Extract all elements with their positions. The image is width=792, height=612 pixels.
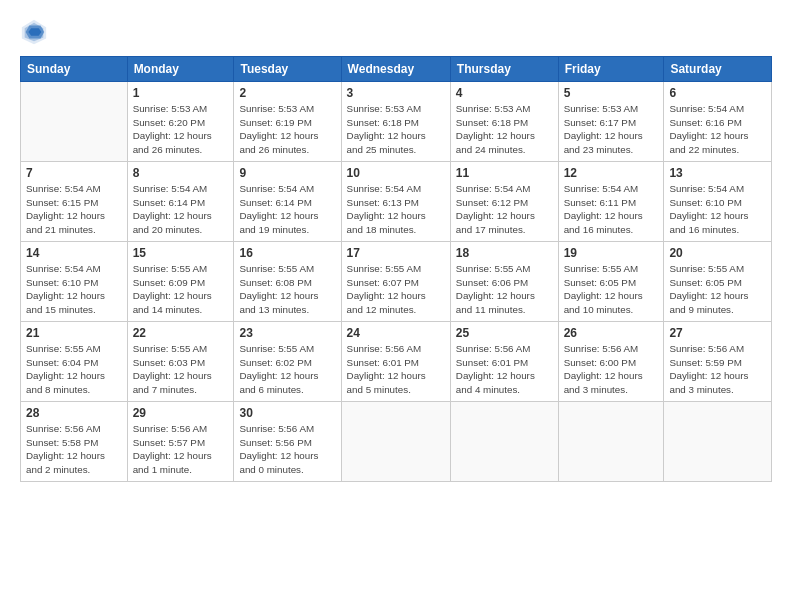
calendar-cell: 19Sunrise: 5:55 AMSunset: 6:05 PMDayligh…: [558, 242, 664, 322]
day-info: Sunrise: 5:56 AMSunset: 6:01 PMDaylight:…: [456, 342, 553, 397]
day-info: Sunrise: 5:53 AMSunset: 6:20 PMDaylight:…: [133, 102, 229, 157]
calendar-cell: 30Sunrise: 5:56 AMSunset: 5:56 PMDayligh…: [234, 402, 341, 482]
weekday-header-monday: Monday: [127, 57, 234, 82]
day-number: 19: [564, 246, 659, 260]
calendar-cell: 4Sunrise: 5:53 AMSunset: 6:18 PMDaylight…: [450, 82, 558, 162]
calendar-cell: [21, 82, 128, 162]
day-info: Sunrise: 5:54 AMSunset: 6:16 PMDaylight:…: [669, 102, 766, 157]
logo: [20, 18, 52, 46]
calendar-cell: 14Sunrise: 5:54 AMSunset: 6:10 PMDayligh…: [21, 242, 128, 322]
calendar-cell: 10Sunrise: 5:54 AMSunset: 6:13 PMDayligh…: [341, 162, 450, 242]
day-number: 9: [239, 166, 335, 180]
calendar-cell: 22Sunrise: 5:55 AMSunset: 6:03 PMDayligh…: [127, 322, 234, 402]
calendar-cell: 7Sunrise: 5:54 AMSunset: 6:15 PMDaylight…: [21, 162, 128, 242]
weekday-header-thursday: Thursday: [450, 57, 558, 82]
calendar-cell: 28Sunrise: 5:56 AMSunset: 5:58 PMDayligh…: [21, 402, 128, 482]
day-number: 24: [347, 326, 445, 340]
calendar-cell: 2Sunrise: 5:53 AMSunset: 6:19 PMDaylight…: [234, 82, 341, 162]
day-number: 12: [564, 166, 659, 180]
day-info: Sunrise: 5:55 AMSunset: 6:09 PMDaylight:…: [133, 262, 229, 317]
calendar-week-3: 14Sunrise: 5:54 AMSunset: 6:10 PMDayligh…: [21, 242, 772, 322]
calendar-cell: 13Sunrise: 5:54 AMSunset: 6:10 PMDayligh…: [664, 162, 772, 242]
day-info: Sunrise: 5:54 AMSunset: 6:11 PMDaylight:…: [564, 182, 659, 237]
day-info: Sunrise: 5:53 AMSunset: 6:18 PMDaylight:…: [347, 102, 445, 157]
calendar-cell: 1Sunrise: 5:53 AMSunset: 6:20 PMDaylight…: [127, 82, 234, 162]
day-number: 18: [456, 246, 553, 260]
day-number: 23: [239, 326, 335, 340]
calendar-cell: 23Sunrise: 5:55 AMSunset: 6:02 PMDayligh…: [234, 322, 341, 402]
calendar-cell: 18Sunrise: 5:55 AMSunset: 6:06 PMDayligh…: [450, 242, 558, 322]
calendar-cell: 27Sunrise: 5:56 AMSunset: 5:59 PMDayligh…: [664, 322, 772, 402]
logo-icon: [20, 18, 48, 46]
day-info: Sunrise: 5:55 AMSunset: 6:04 PMDaylight:…: [26, 342, 122, 397]
calendar-cell: 16Sunrise: 5:55 AMSunset: 6:08 PMDayligh…: [234, 242, 341, 322]
day-info: Sunrise: 5:55 AMSunset: 6:02 PMDaylight:…: [239, 342, 335, 397]
day-number: 7: [26, 166, 122, 180]
calendar-cell: 26Sunrise: 5:56 AMSunset: 6:00 PMDayligh…: [558, 322, 664, 402]
day-info: Sunrise: 5:53 AMSunset: 6:18 PMDaylight:…: [456, 102, 553, 157]
day-number: 1: [133, 86, 229, 100]
day-info: Sunrise: 5:56 AMSunset: 6:01 PMDaylight:…: [347, 342, 445, 397]
calendar-cell: 5Sunrise: 5:53 AMSunset: 6:17 PMDaylight…: [558, 82, 664, 162]
day-number: 26: [564, 326, 659, 340]
page: SundayMondayTuesdayWednesdayThursdayFrid…: [0, 0, 792, 612]
weekday-header-sunday: Sunday: [21, 57, 128, 82]
day-number: 5: [564, 86, 659, 100]
day-info: Sunrise: 5:55 AMSunset: 6:03 PMDaylight:…: [133, 342, 229, 397]
day-number: 15: [133, 246, 229, 260]
calendar-cell: 29Sunrise: 5:56 AMSunset: 5:57 PMDayligh…: [127, 402, 234, 482]
day-info: Sunrise: 5:53 AMSunset: 6:17 PMDaylight:…: [564, 102, 659, 157]
weekday-header-friday: Friday: [558, 57, 664, 82]
calendar-cell: [450, 402, 558, 482]
day-info: Sunrise: 5:56 AMSunset: 5:57 PMDaylight:…: [133, 422, 229, 477]
calendar-cell: 21Sunrise: 5:55 AMSunset: 6:04 PMDayligh…: [21, 322, 128, 402]
day-info: Sunrise: 5:53 AMSunset: 6:19 PMDaylight:…: [239, 102, 335, 157]
day-info: Sunrise: 5:54 AMSunset: 6:14 PMDaylight:…: [133, 182, 229, 237]
day-info: Sunrise: 5:55 AMSunset: 6:08 PMDaylight:…: [239, 262, 335, 317]
header: [20, 18, 772, 46]
day-info: Sunrise: 5:54 AMSunset: 6:15 PMDaylight:…: [26, 182, 122, 237]
day-number: 28: [26, 406, 122, 420]
calendar-cell: 12Sunrise: 5:54 AMSunset: 6:11 PMDayligh…: [558, 162, 664, 242]
day-info: Sunrise: 5:56 AMSunset: 5:56 PMDaylight:…: [239, 422, 335, 477]
calendar-cell: 15Sunrise: 5:55 AMSunset: 6:09 PMDayligh…: [127, 242, 234, 322]
day-number: 10: [347, 166, 445, 180]
calendar-cell: [558, 402, 664, 482]
day-info: Sunrise: 5:56 AMSunset: 5:59 PMDaylight:…: [669, 342, 766, 397]
calendar-cell: 8Sunrise: 5:54 AMSunset: 6:14 PMDaylight…: [127, 162, 234, 242]
calendar-cell: 6Sunrise: 5:54 AMSunset: 6:16 PMDaylight…: [664, 82, 772, 162]
day-number: 16: [239, 246, 335, 260]
calendar-cell: 3Sunrise: 5:53 AMSunset: 6:18 PMDaylight…: [341, 82, 450, 162]
calendar-cell: [341, 402, 450, 482]
day-info: Sunrise: 5:54 AMSunset: 6:10 PMDaylight:…: [26, 262, 122, 317]
weekday-header-wednesday: Wednesday: [341, 57, 450, 82]
day-info: Sunrise: 5:54 AMSunset: 6:13 PMDaylight:…: [347, 182, 445, 237]
day-number: 2: [239, 86, 335, 100]
day-number: 22: [133, 326, 229, 340]
day-number: 3: [347, 86, 445, 100]
calendar-cell: 9Sunrise: 5:54 AMSunset: 6:14 PMDaylight…: [234, 162, 341, 242]
day-number: 13: [669, 166, 766, 180]
day-info: Sunrise: 5:54 AMSunset: 6:14 PMDaylight:…: [239, 182, 335, 237]
day-number: 8: [133, 166, 229, 180]
calendar-cell: 24Sunrise: 5:56 AMSunset: 6:01 PMDayligh…: [341, 322, 450, 402]
weekday-header-row: SundayMondayTuesdayWednesdayThursdayFrid…: [21, 57, 772, 82]
day-info: Sunrise: 5:55 AMSunset: 6:05 PMDaylight:…: [669, 262, 766, 317]
weekday-header-tuesday: Tuesday: [234, 57, 341, 82]
weekday-header-saturday: Saturday: [664, 57, 772, 82]
day-number: 21: [26, 326, 122, 340]
day-number: 30: [239, 406, 335, 420]
calendar-cell: 17Sunrise: 5:55 AMSunset: 6:07 PMDayligh…: [341, 242, 450, 322]
calendar-cell: 11Sunrise: 5:54 AMSunset: 6:12 PMDayligh…: [450, 162, 558, 242]
day-number: 27: [669, 326, 766, 340]
day-number: 6: [669, 86, 766, 100]
day-number: 29: [133, 406, 229, 420]
calendar-week-1: 1Sunrise: 5:53 AMSunset: 6:20 PMDaylight…: [21, 82, 772, 162]
day-info: Sunrise: 5:55 AMSunset: 6:06 PMDaylight:…: [456, 262, 553, 317]
calendar-week-4: 21Sunrise: 5:55 AMSunset: 6:04 PMDayligh…: [21, 322, 772, 402]
day-info: Sunrise: 5:56 AMSunset: 6:00 PMDaylight:…: [564, 342, 659, 397]
day-number: 20: [669, 246, 766, 260]
day-info: Sunrise: 5:55 AMSunset: 6:07 PMDaylight:…: [347, 262, 445, 317]
calendar-cell: 25Sunrise: 5:56 AMSunset: 6:01 PMDayligh…: [450, 322, 558, 402]
day-info: Sunrise: 5:56 AMSunset: 5:58 PMDaylight:…: [26, 422, 122, 477]
